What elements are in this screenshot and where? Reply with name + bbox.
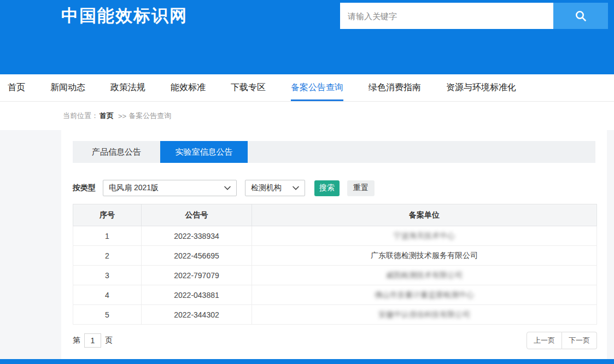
search-submit-button[interactable]: 搜索 (314, 180, 340, 196)
search-icon (574, 9, 587, 22)
breadcrumb-home-link[interactable]: 首页 (100, 111, 114, 121)
column-header: 序号 (73, 204, 142, 226)
table-row: 22022-456695广东联德检测技术服务有限公司 (73, 246, 597, 266)
bulletin-number: 2022-043881 (142, 285, 252, 305)
type-select[interactable]: 电风扇 2021版 (103, 180, 237, 196)
page-jump-suffix: 页 (105, 336, 113, 345)
tab-2[interactable]: 实验室信息公告 (160, 141, 248, 163)
pager-buttons: 上一页 下一页 (527, 332, 597, 349)
tab-bar: 产品信息公告实验室信息公告 (73, 141, 595, 163)
org-select[interactable]: 检测机构 (245, 180, 305, 196)
main-nav: 首页新闻动态政策法规能效标准下载专区备案公告查询绿色消费指南资源与环境标准化 (0, 74, 614, 102)
site-header: 中国能效标识网 (0, 0, 614, 74)
bulletin-number: 2022-344302 (142, 305, 252, 325)
table-header-row: 序号公告号备案单位 (73, 204, 597, 226)
results-table: 序号公告号备案单位 12022-338934宁波海关技术中心22022-4566… (73, 204, 597, 325)
bulletin-number: 2022-797079 (142, 266, 252, 285)
filter-row: 按类型 电风扇 2021版 检测机构 搜索 重置 (73, 180, 595, 196)
column-header: 备案单位 (252, 204, 597, 226)
row-number: 3 (73, 266, 142, 285)
nav-item-8[interactable]: 资源与环境标准化 (446, 74, 516, 101)
org-name: 广东联德检测技术服务有限公司 (252, 246, 597, 266)
org-select-value: 检测机构 (251, 183, 282, 193)
content-panel: 产品信息公告实验室信息公告 按类型 电风扇 2021版 检测机构 (61, 130, 607, 359)
table-row: 42022-043881佛山市质量计量监督检测中心 (73, 285, 597, 305)
breadcrumb-separator: >> (118, 112, 126, 120)
header-search (340, 3, 608, 29)
nav-item-3[interactable]: 政策法规 (110, 74, 145, 101)
page-number-input[interactable] (84, 333, 101, 348)
breadcrumb-prefix: 当前位置： (63, 111, 98, 121)
nav-item-7[interactable]: 绿色消费指南 (369, 74, 421, 101)
breadcrumb-current: 备案公告查询 (128, 111, 171, 121)
search-button[interactable] (553, 3, 608, 29)
chevron-down-icon (293, 186, 299, 190)
filter-label: 按类型 (73, 183, 96, 193)
type-select-value: 电风扇 2021版 (109, 183, 159, 193)
row-number: 5 (73, 305, 142, 325)
pagination: 第 页 上一页 下一页 (73, 332, 597, 349)
nav-item-4[interactable]: 能效标准 (171, 74, 206, 101)
table-body: 12022-338934宁波海关技术中心22022-456695广东联德检测技术… (73, 226, 597, 325)
table-row: 52022-344302安徽中认倍佳科技有限公司 (73, 305, 597, 325)
next-page-button[interactable]: 下一页 (562, 332, 597, 349)
column-header: 公告号 (142, 204, 252, 226)
site-title: 中国能效标识网 (61, 4, 188, 27)
footer-strip (0, 359, 614, 364)
org-name: 安徽中认倍佳科技有限公司 (252, 305, 597, 325)
nav-item-6[interactable]: 备案公告查询 (291, 74, 343, 101)
page-jump-prefix: 第 (73, 336, 80, 345)
row-number: 4 (73, 285, 142, 305)
nav-item-2[interactable]: 新闻动态 (50, 74, 85, 101)
org-name: 威凯检测技术有限公司 (252, 266, 597, 285)
bulletin-number: 2022-338934 (142, 226, 252, 246)
org-name: 宁波海关技术中心 (252, 226, 597, 246)
prev-page-button[interactable]: 上一页 (527, 332, 562, 349)
tab-1[interactable]: 产品信息公告 (73, 141, 160, 163)
org-name: 佛山市质量计量监督检测中心 (252, 285, 597, 305)
breadcrumb: 当前位置： 首页 >> 备案公告查询 (0, 102, 614, 130)
chevron-down-icon (224, 186, 231, 190)
row-number: 1 (73, 226, 142, 246)
bulletin-number: 2022-456695 (142, 246, 252, 266)
page-background: 产品信息公告实验室信息公告 按类型 电风扇 2021版 检测机构 (0, 130, 614, 359)
page-jump: 第 页 (73, 333, 113, 348)
nav-item-5[interactable]: 下载专区 (231, 74, 266, 101)
table-row: 32022-797079威凯检测技术有限公司 (73, 266, 597, 285)
reset-button[interactable]: 重置 (347, 180, 375, 196)
row-number: 2 (73, 246, 142, 266)
nav-item-1[interactable]: 首页 (8, 74, 25, 101)
search-input[interactable] (340, 3, 553, 29)
table-row: 12022-338934宁波海关技术中心 (73, 226, 597, 246)
